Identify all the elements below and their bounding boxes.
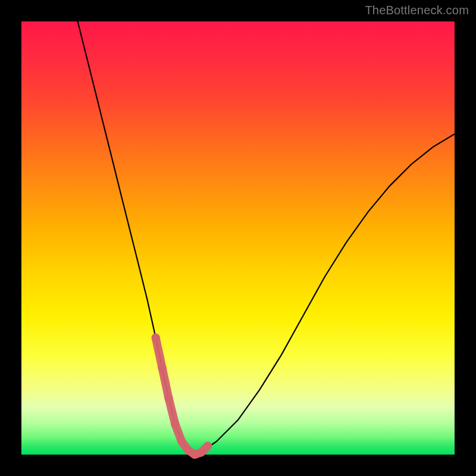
optimal-band-point [158, 364, 167, 372]
watermark-text: TheBottleneck.com [365, 4, 469, 17]
optimal-band [152, 333, 212, 459]
optimal-band-point [171, 420, 179, 428]
optimal-band-point [177, 437, 186, 446]
optimal-band-point [197, 448, 205, 456]
optimal-band-point [152, 333, 160, 342]
optimal-band-point [203, 441, 212, 450]
bottleneck-curve [78, 21, 455, 455]
chart-container: TheBottleneck.com [0, 0, 476, 476]
optimal-band-point [165, 394, 173, 402]
chart-svg [21, 21, 455, 455]
optimal-band-segment [162, 368, 169, 398]
plot-area [21, 21, 455, 455]
optimal-band-segment [156, 337, 162, 368]
